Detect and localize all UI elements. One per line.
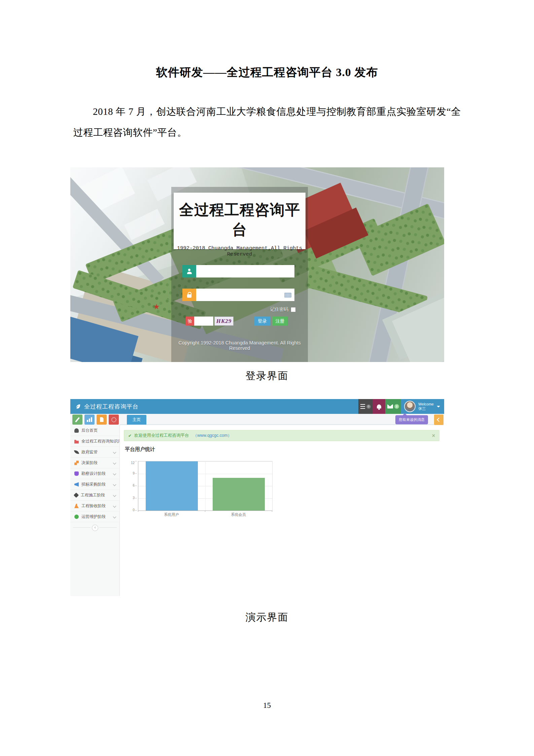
- body-paragraph: 2018 年 7 月，创达联合河南工业大学粮食信息处理与控制教育部重点实验室研发…: [73, 101, 461, 143]
- settings-tool-button[interactable]: [109, 415, 119, 425]
- sidebar-item-label: 招标采购阶段: [81, 482, 106, 487]
- file-tool-button[interactable]: [97, 415, 107, 425]
- chart-tool-button[interactable]: [84, 415, 95, 425]
- chevron-left-icon: [437, 418, 441, 422]
- sidebar-item[interactable]: 决策阶段: [70, 458, 119, 468]
- remember-password-label: 记住密码: [270, 306, 288, 313]
- cubes-icon: [74, 461, 79, 465]
- sidebar-item[interactable]: 工程施工阶段: [70, 490, 119, 501]
- alert-message: 欢迎使用全过程工程咨询平台: [134, 433, 189, 438]
- x-tick-label: 系统用户: [138, 512, 205, 517]
- sidebar-item[interactable]: 运营维护阶段: [70, 512, 119, 522]
- user-icon: [182, 265, 196, 277]
- sidebar-collapse-row: ‹: [70, 524, 119, 531]
- sidebar-item[interactable]: 工程验收阶段: [70, 501, 119, 512]
- y-tick-mark: [135, 473, 137, 474]
- x-tick-mark: [138, 511, 138, 512]
- dashboard-header: 全过程工程咨询平台 0 2 Welcome 张三: [70, 399, 444, 414]
- sidebar-collapse-button[interactable]: ‹: [92, 525, 98, 531]
- messages-button[interactable]: 2: [385, 399, 401, 414]
- app-title: 全过程工程咨询平台: [84, 403, 139, 410]
- tab-home[interactable]: 主页: [127, 415, 146, 425]
- chevron-down-icon: [113, 472, 116, 475]
- main-content: ✔ 欢迎使用全过程工程咨询平台 （www.qgcgc.com） × 平台用户统计…: [120, 425, 444, 596]
- sidebar-item[interactable]: 招标采购阶段: [70, 479, 119, 490]
- sidebar: 后台首页全过程工程咨询知识库政府监管决策阶段勘察设计阶段招标采购阶段工程施工阶段…: [70, 425, 120, 596]
- welcome-text[interactable]: Welcome 张三: [418, 402, 434, 411]
- login-screenshot: 全过程工程咨询平台 1992-2018 Chuangda Management.…: [70, 167, 444, 362]
- sidebar-item[interactable]: 全过程工程咨询知识库: [70, 436, 119, 447]
- keyboard-icon[interactable]: [284, 293, 291, 298]
- sidebar-items: 后台首页全过程工程咨询知识库政府监管决策阶段勘察设计阶段招标采购阶段工程施工阶段…: [70, 425, 119, 522]
- caption-demo: 演示界面: [0, 611, 534, 624]
- sidebar-item[interactable]: 政府监管: [70, 447, 119, 458]
- bar-系统会员: [213, 478, 265, 511]
- alert-link[interactable]: （www.qgcgc.com）: [193, 433, 232, 438]
- leaf-icon: [74, 450, 79, 455]
- captcha-input[interactable]: [194, 317, 213, 326]
- sidebar-item-label: 工程施工阶段: [81, 492, 105, 498]
- edit-tool-button[interactable]: [72, 415, 82, 425]
- close-icon[interactable]: ×: [432, 433, 435, 438]
- y-tick-mark: [135, 510, 137, 511]
- sidebar-item-label: 后台首页: [81, 428, 98, 433]
- sidebar-item-label: 工程验收阶段: [81, 503, 106, 509]
- sidebar-item-label: 勘察设计阶段: [81, 471, 106, 476]
- sidebar-item-label: 决策阶段: [81, 460, 98, 466]
- register-button[interactable]: 注册: [272, 317, 288, 326]
- bar-chart-icon: [87, 417, 92, 422]
- gauge-icon: [74, 428, 79, 433]
- captcha-icon: 验: [186, 317, 194, 326]
- password-input[interactable]: [196, 289, 294, 301]
- user-stats-chart: 036912 系统用户系统会员: [138, 461, 272, 510]
- y-tick-mark: [135, 461, 137, 461]
- gavel-icon: [74, 493, 79, 498]
- scene-shape: [305, 265, 428, 319]
- list-icon: [360, 404, 365, 409]
- chevron-down-icon: [113, 461, 116, 465]
- caret-down-icon[interactable]: [437, 406, 440, 407]
- remember-checkbox[interactable]: [291, 307, 296, 312]
- chevron-down-icon: [113, 494, 116, 497]
- notifications-button[interactable]: [372, 399, 385, 414]
- welcome-alert: ✔ 欢迎使用全过程工程咨询平台 （www.qgcgc.com） ×: [124, 430, 439, 441]
- chevron-down-icon: [113, 515, 116, 519]
- dashboard-screenshot: 全过程工程咨询平台 0 2 Welcome 张三: [70, 399, 444, 596]
- file-icon: [100, 417, 104, 422]
- chart-xlabels: 系统用户系统会员: [138, 512, 272, 518]
- tab-scroll-button[interactable]: [434, 415, 443, 425]
- welcome-line1: Welcome: [418, 402, 434, 406]
- page-title: 软件研发——全过程工程咨询平台 3.0 发布: [0, 65, 534, 80]
- login-banner-subtitle: 1992-2018 Chuangda Management.All Rights…: [174, 245, 306, 257]
- login-button[interactable]: 登录: [254, 317, 271, 326]
- lock-icon: [182, 289, 196, 301]
- chart-yticks: 036912: [127, 461, 137, 510]
- welcome-line2: 张三: [418, 406, 426, 410]
- leaf-icon: [75, 403, 81, 409]
- caption-login: 登录界面: [0, 369, 534, 383]
- section-title: 平台用户统计: [125, 446, 155, 453]
- username-input[interactable]: [196, 265, 294, 277]
- x-tick-mark: [272, 511, 272, 512]
- user-avatar[interactable]: [404, 401, 416, 412]
- sidebar-item[interactable]: 后台首页: [70, 425, 119, 436]
- sidebar-item-label: 全过程工程咨询知识库: [81, 438, 119, 444]
- page-number: 15: [0, 701, 534, 710]
- bell-icon: [377, 404, 381, 408]
- chevron-down-icon: [113, 483, 116, 486]
- captcha-code[interactable]: HK29: [214, 317, 234, 326]
- sidebar-item-label: 政府监管: [81, 449, 98, 455]
- unread-message-tooltip: 您有未读的消息: [395, 415, 428, 424]
- x-tick-label: 系统会员: [205, 512, 272, 517]
- check-icon: ✔: [128, 433, 132, 438]
- copyright-text: Copyright 1992-2018 Chuangda Management.…: [171, 340, 308, 351]
- y-tick-label: 3: [133, 496, 135, 500]
- gear-icon: [111, 417, 116, 422]
- design-icon: [74, 471, 79, 476]
- y-tick-label: 9: [133, 471, 135, 475]
- sidebar-item[interactable]: 勘察设计阶段: [70, 468, 119, 479]
- folder-icon: [74, 439, 79, 443]
- task-list-button[interactable]: 0: [358, 399, 372, 414]
- login-banner-title: 全过程工程咨询平台: [174, 200, 306, 240]
- bar-系统用户: [146, 461, 198, 511]
